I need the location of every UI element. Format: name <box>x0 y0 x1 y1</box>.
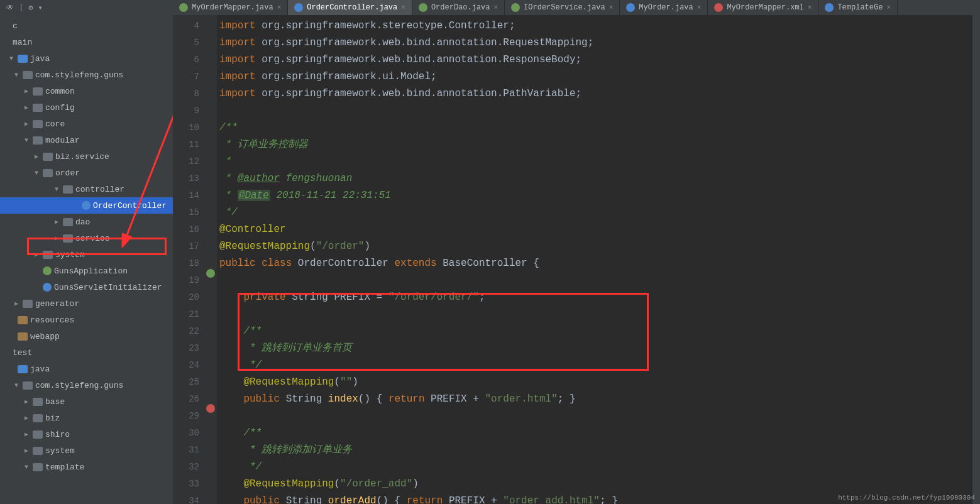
tree-node-ordercontroller[interactable]: OrderController <box>0 197 173 214</box>
code-editor[interactable]: 4567891011121314151617181920212223242526… <box>173 15 980 504</box>
tree-node-biz[interactable]: ▶biz <box>0 410 173 426</box>
tree-node-generator[interactable]: ▶generator <box>0 295 173 312</box>
tree-node-webapp[interactable]: webapp <box>0 328 173 344</box>
expand-arrow[interactable]: ▶ <box>23 430 30 438</box>
tree-node-template[interactable]: ▼template <box>0 459 173 475</box>
tree-node-gunsapplication[interactable]: GunsApplication <box>0 263 173 279</box>
line-number: 14 <box>173 187 199 204</box>
code-line: import org.springframework.web.bind.anno… <box>217 35 980 52</box>
expand-arrow[interactable]: ▶ <box>23 398 30 405</box>
close-icon[interactable]: × <box>494 4 498 11</box>
expand-arrow[interactable]: ▶ <box>33 153 40 160</box>
gear-icon[interactable]: ⚙ <box>28 3 33 13</box>
tree-node-dao[interactable]: ▶dao <box>0 214 173 230</box>
expand-arrow[interactable]: ▶ <box>33 251 40 258</box>
close-icon[interactable]: × <box>609 4 614 11</box>
tree-node-resources[interactable]: resources <box>0 312 173 328</box>
close-icon[interactable]: × <box>277 4 282 11</box>
tree-node-shiro[interactable]: ▶shiro <box>0 426 173 442</box>
tree-node-c[interactable]: c <box>0 18 173 34</box>
line-number: 34 <box>173 493 199 504</box>
code-line <box>217 306 980 323</box>
tree-label: template <box>45 463 84 472</box>
tab-myordermapper-java[interactable]: MyOrderMapper.java× <box>173 0 288 15</box>
file-icon <box>825 3 834 12</box>
code-line: @RequestMapping("/order") <box>217 238 980 255</box>
tree-node-controller[interactable]: ▼controller <box>0 181 173 197</box>
file-icon <box>294 3 303 12</box>
expand-arrow[interactable]: ▶ <box>23 120 30 128</box>
tab-orderdao-java[interactable]: OrderDao.java× <box>412 0 505 15</box>
folder-icon <box>33 463 43 471</box>
expand-arrow[interactable]: ▶ <box>23 87 30 95</box>
tree-node-config[interactable]: ▶config <box>0 99 173 116</box>
tab-iorderservice-java[interactable]: IOrderService.java× <box>505 0 620 15</box>
tab-myorder-java[interactable]: MyOrder.java× <box>620 0 708 15</box>
tree-node-system[interactable]: ▶system <box>0 246 173 263</box>
close-icon[interactable]: × <box>401 4 405 11</box>
tab-ordercontroller-java[interactable]: OrderController.java× <box>288 0 412 15</box>
code-area[interactable]: import org.springframework.stereotype.Co… <box>217 15 980 504</box>
dropdown-icon[interactable]: ▾ <box>38 3 42 13</box>
tab-myordermapper-xml[interactable]: MyOrderMapper.xml× <box>708 0 818 15</box>
tree-node-system[interactable]: ▶system <box>0 442 173 459</box>
expand-arrow[interactable]: ▼ <box>13 382 20 389</box>
tab-templatege[interactable]: TemplateGe× <box>818 0 898 15</box>
folder-icon <box>23 71 33 79</box>
expand-arrow[interactable]: ▼ <box>53 186 60 193</box>
expand-arrow[interactable]: ▶ <box>13 300 20 307</box>
file-icon <box>419 3 427 12</box>
tree-node-order[interactable]: ▼order <box>0 165 173 181</box>
tree-node-gunsservletinitializer[interactable]: GunsServletInitializer <box>0 279 173 295</box>
tab-label: MyOrderMapper.java <box>192 3 273 12</box>
expand-arrow[interactable]: ▶ <box>53 218 60 226</box>
folder-icon <box>43 251 53 259</box>
tree-node-com-stylefeng-guns[interactable]: ▼com.stylefeng.guns <box>0 67 173 83</box>
line-number: 13 <box>173 170 199 187</box>
search-icon[interactable]: 👁 <box>6 3 14 13</box>
scrollbar[interactable] <box>972 15 980 504</box>
expand-arrow[interactable]: ▶ <box>53 234 60 242</box>
folder-icon <box>33 414 43 422</box>
code-line: @Controller <box>217 221 980 238</box>
close-icon[interactable]: × <box>697 4 702 11</box>
tree-node-core[interactable]: ▶core <box>0 116 173 132</box>
expand-arrow[interactable]: ▼ <box>8 55 15 62</box>
folder-icon <box>18 316 28 324</box>
line-number: 15 <box>173 204 199 221</box>
tree-node-java[interactable]: java <box>0 361 173 377</box>
tree-label: GunsApplication <box>54 266 128 276</box>
expand-arrow[interactable]: ▼ <box>13 72 20 79</box>
tree-label: OrderController <box>93 201 167 211</box>
tree-label: service <box>75 234 110 243</box>
expand-arrow[interactable]: ▶ <box>23 414 30 422</box>
close-icon[interactable]: × <box>886 4 891 11</box>
tree-node-main[interactable]: main <box>0 34 173 50</box>
tree-label: com.stylefeng.guns <box>35 70 123 80</box>
expand-arrow[interactable]: ▼ <box>33 170 40 177</box>
folder-icon <box>18 365 28 373</box>
expand-arrow[interactable]: ▶ <box>23 447 30 454</box>
tree-node-com-stylefeng-guns[interactable]: ▼com.stylefeng.guns <box>0 377 173 393</box>
code-line: public String index() { return PREFIX + … <box>217 391 980 408</box>
tree-node-common[interactable]: ▶common <box>0 83 173 99</box>
code-line <box>217 272 980 289</box>
tree-label: java <box>30 54 50 63</box>
expand-arrow[interactable]: ▶ <box>23 104 30 111</box>
tree-node-test[interactable]: test <box>0 344 173 361</box>
tree-node-biz-service[interactable]: ▶biz.service <box>0 148 173 165</box>
project-tree[interactable]: cmain▼java▼com.stylefeng.guns▶common▶con… <box>0 15 173 504</box>
tree-node-service[interactable]: ▶service <box>0 230 173 246</box>
expand-arrow[interactable]: ▼ <box>23 464 30 471</box>
tree-node-base[interactable]: ▶base <box>0 393 173 410</box>
close-icon[interactable]: × <box>808 4 812 11</box>
tree-node-java[interactable]: ▼java <box>0 50 173 67</box>
tree-label: base <box>45 397 65 407</box>
line-number: 10 <box>173 119 199 136</box>
line-number: 22 <box>173 323 199 340</box>
code-line: /** <box>217 119 980 136</box>
expand-arrow[interactable]: ▼ <box>23 137 30 144</box>
line-number: 26 <box>173 391 199 408</box>
folder-icon <box>33 87 43 96</box>
tree-node-modular[interactable]: ▼modular <box>0 132 173 148</box>
